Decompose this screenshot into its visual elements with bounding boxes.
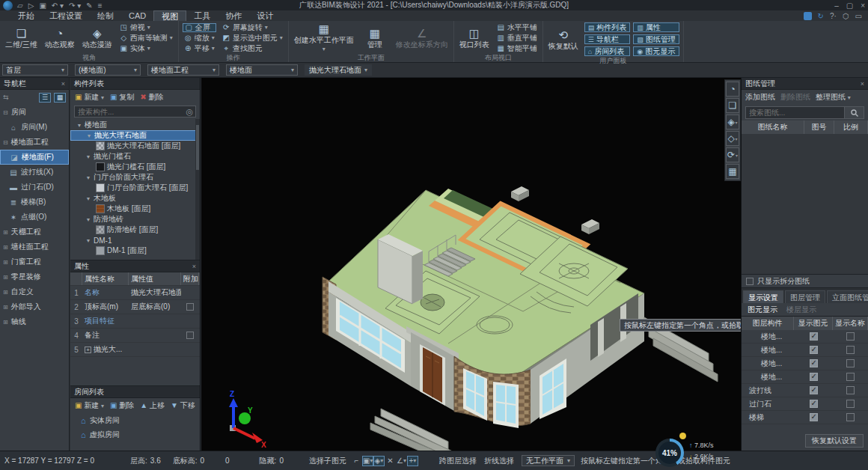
tile-vertical-button[interactable]: ▥垂直平铺 xyxy=(495,34,539,43)
user-avatar-icon[interactable] xyxy=(804,12,812,20)
toggle-drawing-manager[interactable]: ▧图纸管理 xyxy=(633,34,679,44)
close-icon[interactable]: × xyxy=(192,263,196,270)
layer-row[interactable]: 楼地... xyxy=(742,370,868,384)
delete-component-button[interactable]: ✖ 删除 xyxy=(140,92,163,103)
tree-item[interactable]: ▼DM-1 xyxy=(70,235,200,245)
property-row[interactable]: 2顶标高(m)层底标高(0) xyxy=(70,300,200,314)
menu-tab-cad[interactable]: CAD xyxy=(121,10,153,21)
move-up-button[interactable]: ▲ 上移 xyxy=(140,400,165,411)
2d-3d-tool-icon[interactable]: ❏ xyxy=(726,98,739,113)
tree-item-selected[interactable]: ▼抛光大理石地面 xyxy=(70,130,200,141)
view-cube-icon[interactable]: ◈▾ xyxy=(726,115,739,129)
2d-3d-button[interactable]: ❏二维/三维 xyxy=(4,22,39,53)
nav-group-wall[interactable]: ⊞墙柱面工程 xyxy=(0,239,69,254)
floor-select[interactable]: 首层▾ xyxy=(2,64,68,76)
subtab-element-display[interactable]: 图元显示 xyxy=(748,305,777,315)
tree-item[interactable]: ▼抛光门槛石 xyxy=(70,151,200,162)
nav-item-accent[interactable]: ✶点缀(O) xyxy=(0,210,69,225)
tree-item[interactable]: ▼木地板 xyxy=(70,193,200,204)
maximize-button[interactable]: ▢ xyxy=(846,1,853,10)
menu-tab-draw[interactable]: 绘制 xyxy=(90,10,121,21)
nav-list-view-icon[interactable]: ☰ xyxy=(39,93,51,103)
menu-tab-start[interactable]: 开始 xyxy=(10,10,42,21)
tab-display-settings[interactable]: 显示设置 xyxy=(743,290,783,303)
show-element-checkbox[interactable] xyxy=(810,373,818,381)
undo-icon[interactable]: ↶ ▾ xyxy=(52,1,64,10)
show-element-checkbox[interactable] xyxy=(810,400,818,408)
property-row[interactable]: 4备注 xyxy=(70,329,200,343)
save-icon[interactable]: ▣ xyxy=(39,1,46,10)
quick-access-menu-icon[interactable]: ≡ xyxy=(98,1,103,10)
show-name-checkbox[interactable] xyxy=(846,346,855,354)
attach-checkbox[interactable] xyxy=(186,303,194,311)
tree-item[interactable]: 抛光门槛石 [面层] xyxy=(70,162,200,172)
solid-style-button[interactable]: ▣实体▾ xyxy=(118,44,174,53)
toggle-properties[interactable]: ▥属性 xyxy=(633,22,679,32)
search-button[interactable] xyxy=(845,106,864,119)
tree-item[interactable]: DM-1 [面层] xyxy=(70,245,200,256)
menu-tab-project-settings[interactable]: 工程设置 xyxy=(42,10,90,21)
format-brush-icon[interactable]: ✎ xyxy=(86,1,92,10)
nav-item-stair[interactable]: ≣楼梯(B) xyxy=(0,195,69,210)
rect-select-icon[interactable]: ▣▾ xyxy=(362,456,373,466)
tree-item[interactable]: ▼门厅台阶面大理石 xyxy=(70,172,200,183)
gift-icon[interactable]: ⬡ xyxy=(843,12,849,20)
tree-item[interactable]: 抛光大理石地面 [面层] xyxy=(70,141,200,151)
viewport-list-button[interactable]: ◫视口列表 xyxy=(458,22,491,53)
orbit-tool-icon[interactable]: ◔ xyxy=(726,82,739,97)
viewport-canvas[interactable]: Z Y X 按鼠标左键指定第一个角点，或拾取构件图元 xyxy=(201,78,741,451)
property-row[interactable]: 5+抛光大... xyxy=(70,343,200,357)
nav-item-floor[interactable]: ◪楼地面(F) xyxy=(0,150,69,165)
menu-tab-tools[interactable]: 工具 xyxy=(186,10,218,21)
nav-group-room[interactable]: ⊟房间 xyxy=(0,105,69,120)
toggle-navigator[interactable]: ☰导航栏 xyxy=(584,34,631,44)
redo-icon[interactable]: ↷ ▾ xyxy=(69,1,81,10)
drawing-table-body[interactable] xyxy=(742,134,868,275)
nav-item-room[interactable]: ⌂房间(M) xyxy=(0,120,69,135)
show-element-checkbox[interactable] xyxy=(810,332,818,341)
coordinate-input-icon[interactable]: +▾ xyxy=(407,456,418,466)
menu-tab-collaborate[interactable]: 协作 xyxy=(218,10,249,21)
menu-tab-design[interactable]: 设计 xyxy=(249,10,281,21)
zoom-button[interactable]: ◎缩放▾ xyxy=(183,34,216,43)
room-item-solid[interactable]: ⌂实体房间 xyxy=(70,413,200,427)
orbit-button[interactable]: ◔动态观察 xyxy=(43,22,76,53)
feedback-icon[interactable]: ▭ xyxy=(855,12,862,20)
scrollbar[interactable] xyxy=(195,119,200,260)
drawing-search-input[interactable] xyxy=(745,106,845,119)
select-sub-element-label[interactable]: 选择子图元 xyxy=(309,456,346,466)
nav-group-door-window[interactable]: ⊞门窗工程 xyxy=(0,254,69,269)
tree-item[interactable]: 门厅台阶面大理石 [面层] xyxy=(70,183,200,193)
delete-drawing-button[interactable]: 删除图纸 xyxy=(780,92,810,103)
minimize-button[interactable]: – xyxy=(834,1,839,10)
property-row[interactable]: 3项目特征 xyxy=(70,314,200,329)
polyline-select[interactable]: 折线选择 xyxy=(484,456,514,466)
table-tool-icon[interactable]: ▦ xyxy=(726,164,739,179)
category-select[interactable]: (楼地面)▾ xyxy=(75,64,141,76)
show-name-checkbox[interactable] xyxy=(846,386,855,394)
nav-item-border-line[interactable]: ▤波打线(X) xyxy=(0,165,69,180)
nav-group-import[interactable]: ⊞外部导入 xyxy=(0,299,69,314)
walkthrough-button[interactable]: ◈动态漫游 xyxy=(81,22,114,53)
expand-icon[interactable]: + xyxy=(85,347,91,353)
component-search-input[interactable] xyxy=(75,108,183,116)
workplane-select[interactable]: 无工作平面▾ xyxy=(522,455,575,466)
new-file-icon[interactable]: ▱ xyxy=(17,1,23,10)
style-cube-icon[interactable]: ◇▾ xyxy=(726,131,739,146)
close-icon[interactable]: × xyxy=(861,80,864,88)
nav-group-misc[interactable]: ⊞零星装修 xyxy=(0,269,69,284)
corner-select-icon[interactable]: ⌐ xyxy=(351,456,362,466)
room-item-virtual[interactable]: ⌂虚拟房间 xyxy=(70,427,200,442)
close-button[interactable]: × xyxy=(861,1,865,10)
show-selected-button[interactable]: ◩显示选中图元▾ xyxy=(221,34,284,43)
move-down-button[interactable]: ▼ 下移 xyxy=(171,400,195,411)
show-name-checkbox[interactable] xyxy=(846,359,855,367)
show-element-checkbox[interactable] xyxy=(810,413,818,421)
screen-rotate-button[interactable]: ⟳屏幕旋转▾ xyxy=(221,23,284,32)
nav-group-axis[interactable]: ⊞轴线 xyxy=(0,314,69,329)
assistant-icon[interactable] xyxy=(679,433,686,439)
show-element-checkbox[interactable] xyxy=(810,346,818,354)
top-view-button[interactable]: ◳俯视▾ xyxy=(118,23,174,32)
tree-item[interactable]: ▼防滑地砖 xyxy=(70,214,200,225)
attach-checkbox[interactable] xyxy=(186,332,194,339)
